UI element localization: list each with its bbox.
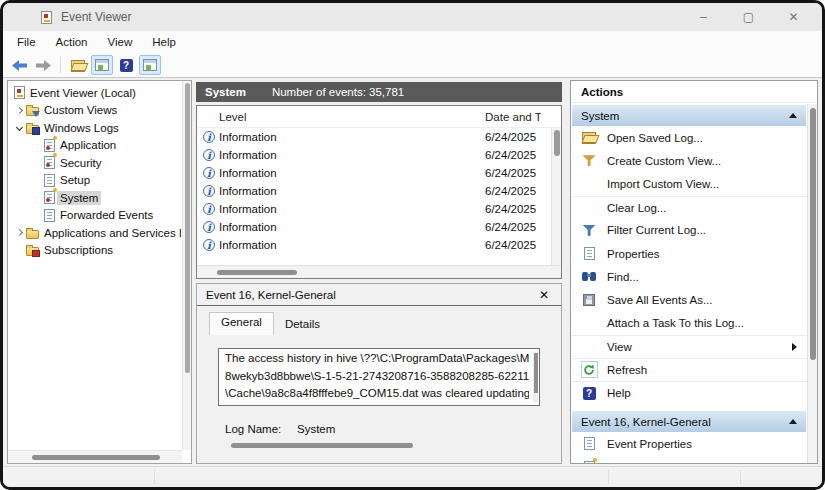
scrollbar-thumb[interactable] (217, 270, 297, 275)
scrollbar-thumb[interactable] (534, 353, 538, 393)
actions-section-event[interactable]: Event 16, Kernel-General (572, 411, 806, 432)
tree-item-custom-views[interactable]: Custom Views (8, 102, 181, 120)
windows-logs-folder-icon (26, 125, 39, 134)
list-vertical-scrollbar[interactable] (551, 128, 561, 265)
event-preview-pane: Event 16, Kernel-General ✕ General Detai… (196, 283, 562, 464)
action-event-properties[interactable]: Event Properties (571, 432, 807, 455)
action-import-custom-view[interactable]: Import Custom View... (571, 172, 807, 195)
tab-general[interactable]: General (209, 312, 274, 335)
action-label: Event Properties (607, 438, 692, 450)
tree-vertical-scrollbar[interactable] (182, 81, 191, 450)
properties-icon (584, 437, 595, 450)
expander-collapsed-icon[interactable] (12, 230, 26, 235)
menu-action[interactable]: Action (46, 36, 98, 48)
tree-item-setup[interactable]: Setup (8, 172, 181, 190)
tree-item-forwarded-events[interactable]: Forwarded Events (8, 207, 181, 225)
event-row[interactable]: Information 6/24/2025 (197, 164, 561, 182)
tree-item-event-viewer-local[interactable]: Event Viewer (Local) (8, 84, 181, 102)
status-divider (740, 470, 741, 484)
help-button[interactable] (115, 55, 137, 75)
console-tree: Event Viewer (Local) Custom Views Window… (8, 84, 181, 449)
action-view[interactable]: View (571, 335, 807, 358)
tree-item-label: Event Viewer (Local) (30, 87, 136, 99)
column-level[interactable]: Level (197, 111, 485, 123)
log-title: System (205, 86, 246, 98)
log-header-bar: System Number of events: 35,781 (196, 82, 562, 102)
expander-expanded-icon[interactable] (12, 125, 26, 130)
action-attach-task-to-log[interactable]: Attach a Task To this Log... (571, 312, 807, 335)
actions-section-system[interactable]: System (572, 105, 806, 126)
scrollbar-thumb[interactable] (810, 108, 816, 360)
section-header-label: System (581, 110, 619, 122)
event-row[interactable]: Information 6/24/2025 (197, 128, 561, 146)
tree-item-application[interactable]: Application (8, 137, 181, 155)
close-button[interactable]: ✕ (771, 3, 816, 31)
minimize-button[interactable]: – (681, 3, 726, 31)
action-label: Find... (607, 271, 639, 283)
tab-details[interactable]: Details (274, 312, 331, 335)
tree-item-security[interactable]: Security (8, 154, 181, 172)
preview-horizontal-scrollbar[interactable] (211, 440, 547, 452)
console-tree-toggle-button[interactable] (91, 55, 113, 75)
forward-button[interactable] (32, 55, 54, 75)
tree-item-label: Applications and Services Logs (44, 227, 181, 239)
preview-close-icon[interactable]: ✕ (539, 288, 549, 302)
collapse-icon[interactable] (789, 419, 797, 424)
event-row[interactable]: Information 6/24/2025 (197, 236, 561, 254)
tree-item-subscriptions[interactable]: Subscriptions (8, 242, 181, 260)
menu-bar: File Action View Help (3, 31, 822, 53)
list-horizontal-scrollbar[interactable] (197, 265, 561, 278)
event-row[interactable]: Information 6/24/2025 (197, 146, 561, 164)
actions-pane: Actions System Open Saved Log... Create … (570, 80, 818, 464)
tree-item-windows-logs[interactable]: Windows Logs (8, 119, 181, 137)
event-viewer-app-icon (41, 11, 52, 24)
title-bar[interactable]: Event Viewer – ▢ ✕ (3, 3, 822, 31)
menu-file[interactable]: File (7, 36, 46, 48)
window-controls: – ▢ ✕ (681, 3, 816, 31)
menu-help[interactable]: Help (142, 36, 186, 48)
action-label: Filter Current Log... (607, 224, 706, 236)
tree-item-applications-services-logs[interactable]: Applications and Services Logs (8, 224, 181, 242)
scrollbar-thumb[interactable] (32, 455, 160, 460)
maximize-button[interactable]: ▢ (726, 3, 771, 31)
action-find[interactable]: Find... (571, 265, 807, 288)
log-name-value: System (297, 423, 335, 435)
scrollbar-thumb[interactable] (231, 443, 413, 448)
tree-item-system[interactable]: System (8, 189, 181, 207)
status-divider (154, 470, 155, 484)
preview-title: Event 16, Kernel-General (206, 289, 336, 301)
action-refresh[interactable]: Refresh (571, 358, 807, 381)
column-date-time[interactable]: Date and Time (485, 111, 541, 123)
collapse-icon[interactable] (789, 113, 797, 118)
event-description-box[interactable]: The access history in hive \??\C:\Progra… (218, 348, 540, 406)
event-row[interactable]: Information 6/24/2025 (197, 200, 561, 218)
back-button[interactable] (8, 55, 30, 75)
submenu-arrow-icon (792, 343, 797, 351)
menu-view[interactable]: View (98, 36, 143, 48)
action-create-custom-view[interactable]: Create Custom View... (571, 149, 807, 172)
scrollbar-thumb[interactable] (554, 130, 560, 156)
scrollbar-thumb[interactable] (185, 83, 190, 373)
action-clear-log[interactable]: Clear Log... (571, 196, 807, 219)
tree-item-label: Forwarded Events (60, 209, 153, 221)
action-filter-current-log[interactable]: Filter Current Log... (571, 219, 807, 242)
expander-collapsed-icon[interactable] (12, 108, 26, 113)
event-row[interactable]: Information 6/24/2025 (197, 182, 561, 200)
open-saved-log-button[interactable] (67, 55, 89, 75)
description-line: The access history in hive \??\C:\Progra… (225, 350, 529, 368)
action-properties[interactable]: Properties (571, 242, 807, 265)
action-label: Help (607, 387, 631, 399)
actions-title: Actions (571, 81, 817, 103)
task-icon (584, 461, 595, 463)
description-scrollbar[interactable] (533, 352, 538, 402)
tree-horizontal-scrollbar[interactable] (8, 450, 182, 463)
action-help[interactable]: Help (571, 381, 807, 404)
event-row[interactable]: Information 6/24/2025 (197, 218, 561, 236)
action-open-saved-log[interactable]: Open Saved Log... (571, 126, 807, 149)
action-attach-task-to-event[interactable]: Attach Task To This Event... (571, 455, 807, 463)
action-save-all-events-as[interactable]: Save All Events As... (571, 288, 807, 311)
actions-vertical-scrollbar[interactable] (807, 104, 817, 463)
information-icon (203, 239, 215, 251)
action-pane-toggle-button[interactable] (139, 55, 161, 75)
action-label: Open Saved Log... (607, 132, 703, 144)
